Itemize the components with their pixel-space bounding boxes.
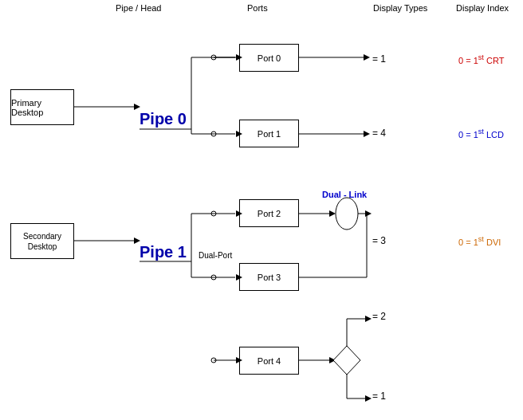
svg-marker-16 [134,237,140,244]
svg-marker-12 [364,54,370,61]
diagram: Pipe / Head Ports Display Types Display … [0,0,523,420]
svg-marker-40 [365,316,372,322]
svg-marker-37 [333,346,360,375]
svg-marker-21 [236,210,242,217]
svg-marker-1 [134,104,140,110]
svg-marker-10 [236,131,242,137]
svg-marker-24 [236,274,242,281]
svg-marker-14 [364,131,370,137]
svg-point-27 [336,198,358,230]
svg-marker-34 [236,357,242,363]
svg-marker-43 [365,395,372,402]
svg-marker-26 [329,210,336,217]
svg-marker-29 [365,210,372,217]
svg-marker-7 [236,54,242,61]
diagram-svg [0,0,523,420]
